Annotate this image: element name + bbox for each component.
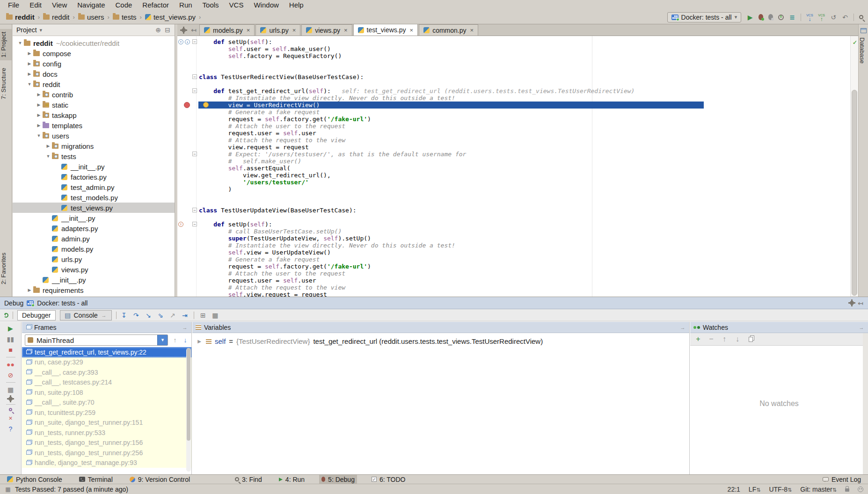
code-line-6[interactable]: −class TestUserRedirectView(BaseUserTest… xyxy=(177,73,850,80)
view-breakpoints-icon[interactable]: ●● xyxy=(7,361,15,368)
tree-item-static[interactable]: ▶static xyxy=(13,100,175,110)
toolwindow-9--Version-Control[interactable]: 9: Version Control xyxy=(127,475,192,484)
gutter[interactable] xyxy=(177,80,198,87)
menu-file[interactable]: File xyxy=(3,0,24,10)
frame-item-3[interactable]: __call__, testcases.py:214 xyxy=(22,378,191,388)
code-line-13[interactable]: # Attach the user to the request xyxy=(177,123,850,130)
gutter[interactable] xyxy=(177,102,198,109)
gutter[interactable]: ↑↓− xyxy=(177,38,198,45)
code-line-32[interactable]: # Generate a fake request xyxy=(177,256,850,263)
toolwindow-4--Run[interactable]: 4: Run xyxy=(277,475,307,484)
tree-item-users[interactable]: ▼users xyxy=(13,131,175,141)
menu-vcs[interactable]: VCS xyxy=(224,0,249,10)
covdata-icon[interactable]: ≣ xyxy=(789,14,795,21)
code-line-2[interactable]: self.user = self.make_user() xyxy=(177,45,850,52)
menu-help[interactable]: Help xyxy=(284,0,309,10)
frame-item-4[interactable]: run, suite.py:108 xyxy=(22,387,191,398)
remove-icon[interactable]: − xyxy=(708,335,715,343)
tab-views-py[interactable]: views.py× xyxy=(301,24,352,36)
toolwindow-5--Debug[interactable]: 5: Debug xyxy=(319,475,357,484)
menu-edit[interactable]: Edit xyxy=(24,0,47,10)
lock-icon[interactable] xyxy=(845,488,849,492)
frame-item-0[interactable]: test_get_redirect_url, test_views.py:22 xyxy=(22,347,191,357)
show-exec-icon[interactable]: ↧ xyxy=(121,312,127,319)
code-line-24[interactable] xyxy=(177,200,850,207)
tree-item-test_views-py[interactable]: test_views.py xyxy=(13,203,175,213)
code-editor[interactable]: ↑↓− def setUp(self): self.user = self.ma… xyxy=(177,36,850,297)
frame-item-1[interactable]: run, case.py:329 xyxy=(22,357,191,368)
gutter[interactable] xyxy=(177,52,198,59)
breakpoint-icon[interactable] xyxy=(184,102,190,108)
menu-tools[interactable]: Tools xyxy=(197,0,224,10)
tree-item-__init__-py[interactable]: __init__.py xyxy=(13,213,175,223)
gutter[interactable] xyxy=(177,291,198,297)
menu-view[interactable]: View xyxy=(47,0,72,10)
gutter[interactable] xyxy=(177,165,198,172)
line-ending-selector[interactable]: LF⇅ xyxy=(749,486,761,493)
settings-gear-icon[interactable] xyxy=(8,397,13,401)
step-into-icon[interactable]: ↘ xyxy=(145,312,152,319)
tree-expand-icon[interactable]: ▶ xyxy=(26,51,33,56)
close-tab-icon[interactable]: × xyxy=(292,27,296,34)
previous-frame-icon[interactable]: ↑ xyxy=(172,336,178,344)
code-line-9[interactable]: # Instantiate the view directly. Never d… xyxy=(177,94,850,102)
code-line-21[interactable]: '/users/testuser/' xyxy=(177,179,850,186)
frame-item-5[interactable]: __call__, suite.py:70 xyxy=(22,398,191,408)
tree-item-taskapp[interactable]: ▶taskapp xyxy=(13,110,175,120)
project-panel-title[interactable]: Project xyxy=(16,26,37,34)
tree-item-views-py[interactable]: views.py xyxy=(13,264,175,275)
gutter[interactable] xyxy=(177,242,198,249)
menu-navigate[interactable]: Navigate xyxy=(72,0,110,10)
code-line-29[interactable]: super(TestUserUpdateView, self).setUp() xyxy=(177,235,850,242)
thread-dropdown-icon[interactable]: ▾ xyxy=(157,334,168,346)
gutter[interactable] xyxy=(177,123,198,130)
gutter[interactable] xyxy=(177,235,198,242)
force-step-into-icon[interactable]: ⇘ xyxy=(157,312,164,319)
collapse-all-icon[interactable]: ⊟ xyxy=(164,26,171,34)
duplicate-watch-icon[interactable] xyxy=(749,337,753,342)
tab-debugger[interactable]: Debugger xyxy=(17,310,56,320)
code-line-28[interactable]: # call BaseUserTestCase.setUp() xyxy=(177,228,850,235)
restore-layout-icon[interactable]: ▦ xyxy=(212,312,219,319)
tab-models-py[interactable]: models.py× xyxy=(199,24,255,36)
tool-button-project[interactable]: 1: Project xyxy=(0,29,12,60)
tab-urls-py[interactable]: urls.py× xyxy=(255,24,300,36)
gutter[interactable] xyxy=(177,179,198,186)
fold-marker-icon[interactable]: − xyxy=(192,74,197,79)
gutter[interactable] xyxy=(177,249,198,256)
tree-item-urls-py[interactable]: urls.py xyxy=(13,254,175,264)
tree-collapse-icon[interactable]: ▼ xyxy=(35,133,43,138)
code-line-19[interactable]: self.assertEqual( xyxy=(177,165,850,172)
tree-item-test_admin-py[interactable]: test_admin.py xyxy=(13,182,175,192)
pin-icon[interactable] xyxy=(9,408,12,411)
close-tab-icon[interactable]: × xyxy=(247,27,250,34)
gutter[interactable] xyxy=(177,263,198,270)
frame-item-7[interactable]: run_suite, django_test_runner.py:151 xyxy=(22,418,191,428)
gutter[interactable] xyxy=(177,277,198,284)
gutter[interactable] xyxy=(177,137,198,144)
tab-common-py[interactable]: common.py× xyxy=(419,24,478,36)
evaluate-icon[interactable]: ⊞ xyxy=(200,312,206,319)
frame-item-9[interactable]: run_tests, django_test_runner.py:156 xyxy=(22,438,191,448)
close-tab-icon[interactable]: × xyxy=(410,27,414,34)
code-line-5[interactable] xyxy=(177,66,850,73)
tree-item-templates[interactable]: ▶templates xyxy=(13,120,175,131)
code-line-4[interactable] xyxy=(177,59,850,66)
breadcrumb-reddit[interactable]: reddit xyxy=(5,13,36,21)
gutter[interactable]: − xyxy=(177,87,198,94)
tree-item-factories-py[interactable]: factories.py xyxy=(13,172,175,182)
mute-breakpoints-icon[interactable]: ⊘ xyxy=(7,371,14,379)
pause-icon[interactable]: ▮▮ xyxy=(7,335,14,343)
tree-expand-icon[interactable]: ▶ xyxy=(35,123,43,128)
frame-item-8[interactable]: run_tests, runner.py:533 xyxy=(22,428,191,438)
gutter[interactable] xyxy=(177,228,198,235)
add-icon[interactable]: + xyxy=(695,335,701,343)
code-line-31[interactable]: self.view = UserUpdateView() xyxy=(177,249,850,256)
gutter[interactable]: − xyxy=(177,151,198,158)
code-line-33[interactable]: request = self.factory.get('/fake-url') xyxy=(177,263,850,270)
gutter[interactable] xyxy=(177,116,198,123)
next-frame-icon[interactable]: ↓ xyxy=(182,336,189,344)
tree-item-migrations[interactable]: ▶migrations xyxy=(13,141,175,151)
gutter[interactable] xyxy=(177,193,198,200)
tree-item-__init__-py[interactable]: __init__.py xyxy=(13,161,175,172)
